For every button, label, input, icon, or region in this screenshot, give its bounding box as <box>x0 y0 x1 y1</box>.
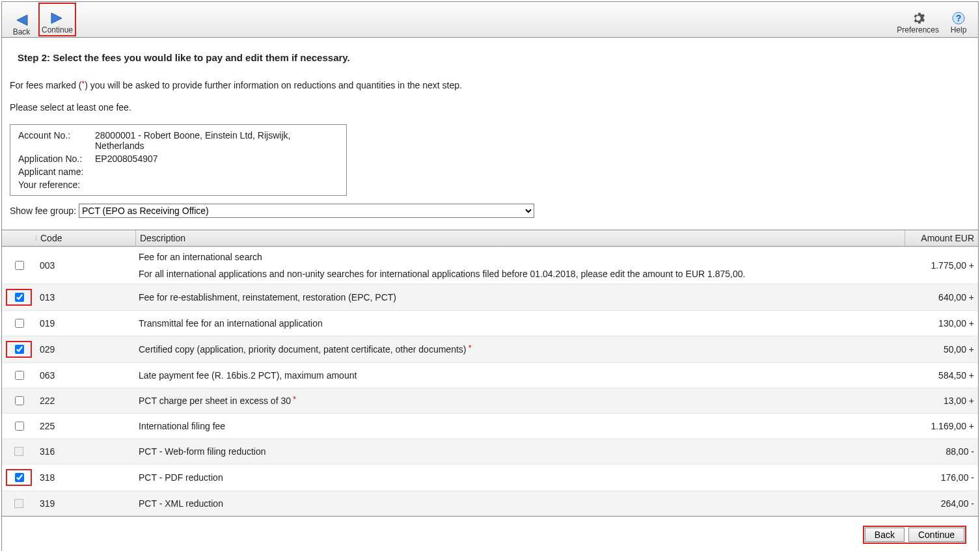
fee-checkbox[interactable] <box>15 319 24 328</box>
forward-arrow-icon <box>49 11 66 25</box>
fee-checkbox-cell <box>2 392 36 409</box>
account-no-label: Account No.: <box>16 129 92 152</box>
fee-checkbox[interactable] <box>15 473 24 482</box>
fee-amount: 1.775,00 + <box>905 258 978 273</box>
fee-checkbox-cell <box>2 339 36 360</box>
fee-checkbox[interactable] <box>15 396 24 405</box>
fee-amount: 13,00 + <box>905 394 978 408</box>
fee-row: 318PCT - PDF reduction176,00 - <box>2 464 978 491</box>
preferences-button[interactable]: Preferences <box>895 5 940 34</box>
checkbox-wrap <box>6 317 32 330</box>
svg-marker-0 <box>17 15 27 25</box>
fee-code: 319 <box>36 496 135 511</box>
intro-text: For fees marked (*) you will be asked to… <box>10 80 970 90</box>
toolbar: Back Continue Preferences ? <box>2 2 978 38</box>
col-code: Code <box>36 230 136 246</box>
checkbox-wrap <box>6 499 32 508</box>
col-description: Description <box>136 230 905 246</box>
gear-icon <box>911 11 925 25</box>
applicant-name-label: Applicant name: <box>16 165 92 178</box>
fee-code: 029 <box>36 342 135 356</box>
your-reference-label: Your reference: <box>16 178 92 191</box>
fee-checkbox[interactable] <box>15 261 24 270</box>
fee-amount: 176,00 - <box>905 470 978 485</box>
back-label: Back <box>13 27 31 36</box>
fee-description: Transmittal fee for an international app… <box>135 316 905 330</box>
fee-row: 225International filing fee1.169,00 + <box>2 413 978 438</box>
checkbox-highlight <box>6 289 32 306</box>
fee-description: PCT - XML reduction <box>135 496 905 511</box>
application-no-value: EP2008054907 <box>92 152 341 165</box>
fee-row: 019Transmittal fee for an international … <box>2 310 978 336</box>
fee-group-select[interactable]: PCT (EPO as Receiving Office) <box>79 204 534 218</box>
checkbox-wrap <box>6 420 32 433</box>
svg-marker-1 <box>51 13 62 23</box>
checkbox-wrap <box>6 259 32 272</box>
checkbox-highlight <box>6 341 32 358</box>
fee-amount: 130,00 + <box>905 316 978 330</box>
fee-code: 003 <box>36 258 135 273</box>
fee-table-header: Code Description Amount EUR <box>2 230 978 247</box>
help-label: Help <box>951 25 967 34</box>
footer-continue-button[interactable]: Continue <box>908 528 964 542</box>
fee-checkbox[interactable] <box>15 371 24 380</box>
fee-desc-main: PCT - XML reduction <box>139 498 901 509</box>
fee-description: PCT - PDF reduction <box>135 470 905 485</box>
continue-button[interactable]: Continue <box>40 5 74 34</box>
fee-checkbox-cell <box>2 287 36 308</box>
fee-checkbox[interactable] <box>15 293 24 302</box>
fee-desc-main: International filing fee <box>139 421 901 431</box>
fee-checkbox-disabled <box>14 499 23 508</box>
asterisk-icon: * <box>81 79 85 88</box>
help-icon: ? <box>951 11 966 25</box>
fee-code: 063 <box>36 368 135 383</box>
help-button[interactable]: ? Help <box>944 5 973 34</box>
fee-desc-main: PCT charge per sheet in excess of 30 * <box>139 396 901 406</box>
back-arrow-icon <box>13 13 30 27</box>
fee-code: 019 <box>36 316 135 330</box>
fee-checkbox-cell <box>2 367 36 384</box>
asterisk-icon: * <box>466 343 471 353</box>
fee-checkbox-cell <box>2 315 36 332</box>
intro-prefix: For fees marked ( <box>10 80 81 90</box>
preferences-label: Preferences <box>897 25 939 34</box>
fee-group-label: Show fee group: <box>10 206 76 216</box>
fee-row: 222PCT charge per sheet in excess of 30 … <box>2 388 978 413</box>
col-amount: Amount EUR <box>905 230 978 246</box>
toolbar-right: Preferences ? Help <box>895 5 973 34</box>
fee-checkbox-disabled <box>14 447 23 456</box>
fee-desc-main: Certified copy (application, priority do… <box>139 344 901 355</box>
fee-description: Fee for an international searchFor all i… <box>135 250 905 281</box>
content-area: Step 2: Select the fees you would like t… <box>2 38 978 227</box>
fee-description: PCT charge per sheet in excess of 30 * <box>135 394 905 408</box>
footer-back-button[interactable]: Back <box>865 528 905 542</box>
fee-desc-sub: For all international applications and n… <box>139 269 901 279</box>
fee-amount: 1.169,00 + <box>905 419 978 433</box>
fee-desc-main: PCT - Web-form filing reduction <box>139 446 901 457</box>
fee-code: 222 <box>36 394 135 408</box>
step-title: Step 2: Select the fees you would like t… <box>18 52 970 63</box>
account-info-box: Account No.: 28000001 - Robert Boone, Ei… <box>10 124 347 196</box>
fee-description: Late payment fee (R. 16bis.2 PCT), maxim… <box>135 368 905 383</box>
fee-checkbox-cell <box>2 418 36 435</box>
back-button[interactable]: Back <box>7 7 36 36</box>
fee-checkbox-cell <box>2 497 36 510</box>
fee-rows: 003Fee for an international searchFor al… <box>2 247 978 516</box>
svg-text:?: ? <box>956 13 962 23</box>
fee-checkbox[interactable] <box>15 345 24 354</box>
window-frame: Back Continue Preferences ? <box>1 1 979 551</box>
applicant-name-value <box>92 165 341 178</box>
footer-button-highlight: Back Continue <box>863 526 966 544</box>
fee-desc-main: Fee for an international search <box>139 252 901 262</box>
fee-code: 316 <box>36 444 135 459</box>
checkbox-wrap <box>6 369 32 382</box>
fee-checkbox[interactable] <box>15 422 24 431</box>
fee-amount: 584,50 + <box>905 368 978 383</box>
select-hint: Please select at least one fee. <box>10 102 970 113</box>
fee-description: PCT - Web-form filing reduction <box>135 444 905 459</box>
checkbox-highlight <box>6 469 32 486</box>
fee-amount: 50,00 + <box>905 342 978 356</box>
fee-row: 319PCT - XML reduction264,00 - <box>2 491 978 516</box>
fee-checkbox-cell <box>2 467 36 488</box>
fee-description: Fee for re-establishment, reinstatement,… <box>135 290 905 304</box>
